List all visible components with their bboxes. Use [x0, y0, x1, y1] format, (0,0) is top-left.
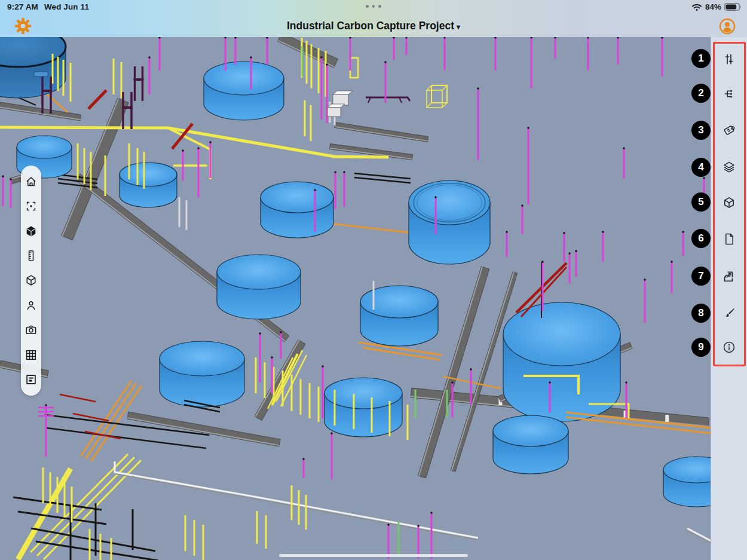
camera-icon[interactable] — [25, 323, 38, 336]
person-icon[interactable] — [25, 299, 38, 312]
callout-badge-4: 4 — [691, 158, 711, 177]
multitasking-dots-icon[interactable] — [0, 5, 747, 8]
export-folder-icon[interactable] — [722, 270, 736, 284]
document-icon[interactable] — [722, 232, 736, 246]
zoom-fit-icon[interactable] — [25, 200, 38, 213]
project-title-dropdown[interactable]: Industrial Carbon Capture Project▾ — [0, 20, 747, 32]
layers-icon[interactable] — [722, 160, 736, 175]
callout-badge-3: 3 — [691, 121, 711, 140]
callout-badge-2: 2 — [691, 84, 711, 103]
account-avatar-icon[interactable] — [719, 18, 736, 35]
model-3d-scene — [0, 0, 747, 560]
chevron-down-icon: ▾ — [457, 23, 460, 31]
status-indicators: 84% — [691, 2, 742, 11]
sheet-icon[interactable] — [25, 373, 38, 386]
grid-icon[interactable] — [25, 348, 38, 362]
ipad-bim-viewer-app: { "status_bar": { "time": "9:27 AM", "da… — [0, 0, 747, 560]
views-cube-icon[interactable] — [25, 274, 38, 287]
callout-badge-6: 6 — [691, 229, 711, 248]
right-tools-panel — [711, 37, 747, 560]
info-icon[interactable] — [722, 340, 736, 354]
battery-percent: 84% — [705, 2, 721, 11]
wifi-icon — [691, 3, 702, 11]
markup-brush-icon[interactable] — [722, 306, 736, 320]
home-indicator[interactable] — [279, 554, 468, 557]
hierarchy-tree-icon[interactable] — [722, 87, 736, 101]
callout-badge-1: 1 — [691, 49, 711, 68]
page-title: Industrial Carbon Capture Project — [287, 20, 454, 32]
measure-ruler-icon[interactable] — [25, 249, 38, 262]
model-cube-filled-icon[interactable] — [25, 225, 38, 238]
callout-badge-8: 8 — [691, 304, 711, 323]
callout-badge-9: 9 — [691, 338, 711, 357]
home-icon[interactable] — [25, 175, 38, 188]
model-3d-viewport[interactable] — [0, 0, 747, 560]
callout-badge-5: 5 — [691, 192, 711, 212]
viewer-tools-toolbar — [21, 166, 41, 396]
sliders-icon[interactable] — [722, 52, 736, 66]
callout-badge-7: 7 — [691, 267, 711, 286]
battery-icon — [724, 3, 742, 11]
top-bar: 9:27 AMWed Jun 11 84% — [0, 0, 747, 37]
model-box-icon[interactable] — [722, 195, 736, 210]
tag-icon[interactable] — [722, 124, 736, 138]
